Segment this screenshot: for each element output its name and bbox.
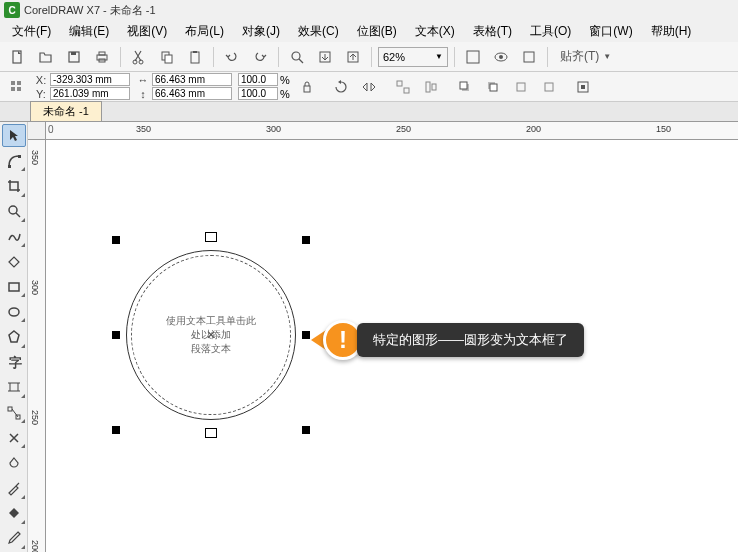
paste-button[interactable] xyxy=(183,45,207,69)
to-back-button[interactable] xyxy=(482,76,504,98)
text-frame-boundary: 使用文本工具单击此处以添加 段落文本 xyxy=(131,255,291,415)
zoom-value: 62% xyxy=(383,51,405,63)
svg-rect-24 xyxy=(397,81,402,86)
transparency-tool[interactable] xyxy=(2,451,26,474)
document-tabbar: 未命名 -1 xyxy=(0,102,738,122)
smart-draw-tool[interactable] xyxy=(2,250,26,273)
canvas[interactable]: ✕ 使用文本工具单击此处以添加 段落文本 ! 特定的图形——圆形变为文本框了 xyxy=(46,140,738,552)
fill-tool[interactable] xyxy=(2,502,26,525)
horizontal-ruler[interactable]: 0 350 300 250 200 150 xyxy=(46,122,738,140)
presets-button[interactable] xyxy=(6,76,28,98)
selection-handle-se[interactable] xyxy=(302,426,310,434)
cut-button[interactable] xyxy=(127,45,151,69)
parallel-dim-tool[interactable] xyxy=(2,376,26,399)
svg-rect-31 xyxy=(490,84,497,91)
ruler-origin: 0 xyxy=(48,124,54,135)
save-button[interactable] xyxy=(62,45,86,69)
zoom-tool[interactable] xyxy=(2,200,26,223)
redo-button[interactable] xyxy=(248,45,272,69)
forward-one-button[interactable] xyxy=(510,76,532,98)
fullscreen-button[interactable] xyxy=(461,45,485,69)
menu-file[interactable]: 文件(F) xyxy=(4,21,59,42)
text-tool[interactable]: 字 xyxy=(2,351,26,374)
scale-y-input[interactable] xyxy=(238,87,278,100)
print-button[interactable] xyxy=(90,45,114,69)
vertical-ruler[interactable]: 350 300 250 200 xyxy=(28,140,46,552)
convert-curves-button[interactable] xyxy=(572,76,594,98)
selection-handle-nw[interactable] xyxy=(112,236,120,244)
pick-tool[interactable] xyxy=(2,124,26,147)
menu-effect[interactable]: 效果(C) xyxy=(290,21,347,42)
crop-tool[interactable] xyxy=(2,174,26,197)
ellipse-tool[interactable] xyxy=(2,300,26,323)
menu-tools[interactable]: 工具(O) xyxy=(522,21,579,42)
menu-view[interactable]: 视图(V) xyxy=(119,21,175,42)
y-input[interactable] xyxy=(50,87,130,100)
menu-table[interactable]: 表格(T) xyxy=(465,21,520,42)
rectangle-tool[interactable] xyxy=(2,275,26,298)
svg-rect-25 xyxy=(404,88,409,93)
x-input[interactable] xyxy=(50,73,130,86)
text-flow-handle-top[interactable] xyxy=(205,232,217,242)
standard-toolbar: 62% ▼ 贴齐(T)▼ xyxy=(0,42,738,72)
document-tab[interactable]: 未命名 -1 xyxy=(30,101,102,121)
menu-object[interactable]: 对象(J) xyxy=(234,21,288,42)
selection-handle-sw[interactable] xyxy=(112,426,120,434)
back-one-button[interactable] xyxy=(538,76,560,98)
snap-dropdown[interactable]: 贴齐(T)▼ xyxy=(554,45,617,69)
shape-tool[interactable] xyxy=(2,149,26,172)
titlebar: C CorelDRAW X7 - 未命名 -1 xyxy=(0,0,738,20)
zoom-combo[interactable]: 62% ▼ xyxy=(378,47,448,67)
new-button[interactable] xyxy=(6,45,30,69)
text-flow-handle-bottom[interactable] xyxy=(205,428,217,438)
scale-x-input[interactable] xyxy=(238,73,278,86)
menu-bitmap[interactable]: 位图(B) xyxy=(349,21,405,42)
selection-handle-w[interactable] xyxy=(112,331,120,339)
publish-button[interactable] xyxy=(517,45,541,69)
polygon-tool[interactable] xyxy=(2,325,26,348)
connector-tool[interactable] xyxy=(2,401,26,424)
menu-layout[interactable]: 布局(L) xyxy=(177,21,232,42)
height-input[interactable] xyxy=(152,87,232,100)
undo-button[interactable] xyxy=(220,45,244,69)
eyedropper-tool[interactable] xyxy=(2,476,26,499)
svg-rect-2 xyxy=(71,52,76,55)
import-button[interactable] xyxy=(313,45,337,69)
ruler-corner[interactable] xyxy=(28,122,46,140)
svg-rect-10 xyxy=(191,52,199,63)
menubar: 文件(F) 编辑(E) 视图(V) 布局(L) 对象(J) 效果(C) 位图(B… xyxy=(0,20,738,42)
menu-help[interactable]: 帮助(H) xyxy=(643,21,700,42)
property-bar: X: Y: ↔ ↕ % % xyxy=(0,72,738,102)
open-button[interactable] xyxy=(34,45,58,69)
svg-rect-20 xyxy=(17,81,21,85)
freehand-tool[interactable] xyxy=(2,225,26,248)
search-button[interactable] xyxy=(285,45,309,69)
scale-group: % % xyxy=(238,73,290,100)
export-button[interactable] xyxy=(341,45,365,69)
menu-text[interactable]: 文本(X) xyxy=(407,21,463,42)
mirror-h-button[interactable] xyxy=(358,76,380,98)
menu-edit[interactable]: 编辑(E) xyxy=(61,21,117,42)
menu-window[interactable]: 窗口(W) xyxy=(581,21,640,42)
rotate-button[interactable] xyxy=(330,76,352,98)
svg-point-38 xyxy=(9,206,17,214)
align-button[interactable] xyxy=(420,76,442,98)
copy-button[interactable] xyxy=(155,45,179,69)
svg-rect-32 xyxy=(517,83,525,91)
pct-label: % xyxy=(280,88,290,100)
ungroup-button[interactable] xyxy=(392,76,414,98)
svg-rect-4 xyxy=(99,52,105,55)
selection-handle-e[interactable] xyxy=(302,331,310,339)
lock-ratio-button[interactable] xyxy=(296,76,318,98)
position-group: X: Y: xyxy=(34,73,130,100)
to-front-button[interactable] xyxy=(454,76,476,98)
svg-rect-15 xyxy=(467,51,479,63)
selected-object[interactable]: ✕ 使用文本工具单击此处以添加 段落文本 xyxy=(116,240,306,430)
width-input[interactable] xyxy=(152,73,232,86)
svg-rect-22 xyxy=(17,87,21,91)
selection-handle-ne[interactable] xyxy=(302,236,310,244)
interactive-tool[interactable] xyxy=(2,426,26,449)
svg-rect-42 xyxy=(8,407,12,411)
outline-tool[interactable] xyxy=(2,527,26,550)
preview-button[interactable] xyxy=(489,45,513,69)
